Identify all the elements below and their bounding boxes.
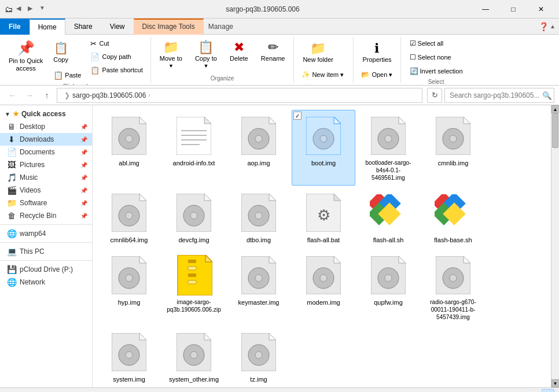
file-item-boot[interactable]: ✓ boot.img — [292, 110, 355, 186]
new-folder-button[interactable]: 📁 New folder — [297, 37, 339, 67]
file-item-abl[interactable]: abl.img — [97, 110, 161, 186]
up-button[interactable]: ↑ — [39, 88, 54, 103]
svg-marker-72 — [464, 256, 470, 263]
paste-button[interactable]: 📋 Paste — [49, 68, 85, 82]
tab-disc-image-tools[interactable]: Disc Image Tools — [134, 19, 204, 35]
address-path[interactable]: ❯ sargo-pq3b.190605.006 › — [57, 88, 422, 103]
scroll-up-button[interactable]: ▲ — [551, 105, 560, 113]
tab-view[interactable]: View — [101, 19, 134, 35]
open-items: ℹ Properties 📂 Open ▾ ✏ Edit 🕐 History — [357, 37, 396, 86]
large-icon-view-button[interactable]: ⊞ — [527, 389, 539, 393]
select-group-label: Select — [428, 77, 444, 86]
network-icon: 🌐 — [7, 278, 16, 287]
sidebar-item-downloads[interactable]: ⬇ Downloads 📌 — [0, 133, 92, 146]
file-item-flash-all-bat[interactable]: ⚙ flash-all.bat — [292, 187, 355, 248]
search-input[interactable] — [444, 88, 554, 103]
pcloud-icon: 💾 — [7, 265, 16, 274]
sidebar-item-recycle[interactable]: 🗑 Recycle Bin 📌 — [0, 209, 92, 222]
pictures-label: Pictures — [20, 161, 45, 169]
delete-button[interactable]: ✖ Delete — [225, 37, 253, 65]
file-item-cmnlib64[interactable]: cmnlib64.img — [97, 187, 161, 248]
file-item-aop[interactable]: aop.img — [227, 110, 290, 186]
forward-button[interactable]: → — [22, 88, 37, 103]
sidebar-item-pictures[interactable]: 🖼 Pictures 📌 — [0, 158, 92, 171]
file-item-dtbo[interactable]: dtbo.img — [227, 187, 290, 248]
file-item-cmnlib[interactable]: cmnlib.img — [421, 110, 485, 186]
file-item-tz[interactable]: tz.img — [227, 326, 290, 387]
file-item-android-info[interactable]: android-info.txt — [162, 110, 226, 186]
tab-home[interactable]: Home — [30, 19, 65, 35]
rename-button[interactable]: ✏ Rename — [256, 37, 290, 65]
paste-shortcut-button[interactable]: 📋 Paste shortcut — [86, 64, 146, 76]
svg-marker-5 — [204, 117, 211, 124]
file-item-modem[interactable]: modem.img — [292, 249, 355, 325]
minimize-button[interactable]: — — [472, 0, 499, 19]
new-item-button[interactable]: ✨ New item ▾ — [297, 68, 350, 81]
sidebar-item-wamp64[interactable]: 🌐 wamp64 — [0, 227, 92, 240]
svg-point-37 — [255, 212, 262, 219]
properties-button[interactable]: ℹ Properties — [357, 37, 396, 67]
file-item-radio[interactable]: radio-sargo-g670-00011-190411-b-5457439.… — [421, 249, 485, 325]
downloads-pin: 📌 — [80, 136, 87, 143]
sidebar-item-pcloud[interactable]: 💾 pCloud Drive (P:) — [0, 263, 92, 276]
copy-path-button[interactable]: 📄 Copy path — [86, 50, 146, 63]
close-button[interactable]: ✕ — [528, 0, 554, 19]
select-all-icon: ☑ — [410, 39, 416, 47]
pin-to-quick-access-button[interactable]: 📌 Pin to Quickaccess — [3, 37, 48, 75]
file-icon-qupfw — [367, 254, 409, 296]
copy-to-button[interactable]: 📋 Copy to▼ — [190, 37, 222, 72]
scroll-down-button[interactable]: ▼ — [551, 379, 560, 387]
file-icon-system — [108, 331, 150, 373]
sidebar-item-music[interactable]: 🎵 Music 📌 — [0, 171, 92, 184]
file-name-boot: boot.img — [311, 159, 336, 167]
search-icon-button[interactable]: 🔍 — [542, 91, 552, 99]
properties-icon: ℹ — [374, 41, 379, 56]
rename-label: Rename — [261, 55, 285, 62]
downloads-icon: ⬇ — [7, 135, 16, 144]
move-to-button[interactable]: 📁 Move to▼ — [155, 37, 187, 72]
tab-file[interactable]: File — [0, 19, 30, 35]
pictures-icon: 🖼 — [7, 160, 16, 169]
copy-button[interactable]: 📋 Copy — [49, 37, 85, 67]
sidebar-item-software[interactable]: 📁 Software 📌 — [0, 197, 92, 209]
select-all-button[interactable]: ☑ Select all — [404, 37, 449, 50]
select-none-button[interactable]: ☐ Select none — [404, 51, 457, 64]
paste-icon: 📋 — [53, 71, 63, 80]
new-items: 📁 New folder ✨ New item ▾ ⚡ Easy access … — [297, 37, 350, 86]
invert-selection-button[interactable]: 🔄 Invert selection — [404, 65, 468, 77]
svg-marker-39 — [334, 194, 341, 201]
file-item-devcfg[interactable]: devcfg.img — [162, 187, 226, 248]
details-view-button[interactable]: ☰ — [542, 389, 554, 393]
file-item-system-other[interactable]: system_other.img — [162, 326, 226, 387]
boot-checkbox[interactable]: ✓ — [293, 112, 301, 120]
ribbon-group-new: 📁 New folder ✨ New item ▾ ⚡ Easy access … — [294, 37, 354, 83]
file-item-system[interactable]: system.img — [97, 326, 161, 387]
clipboard-small-group: ✂ Cut 📄 Copy path 📋 Paste shortcut — [86, 37, 146, 76]
file-area[interactable]: abl.img android-info.txt — [93, 105, 551, 387]
sidebar-item-videos[interactable]: 🎬 Videos 📌 — [0, 184, 92, 197]
file-item-keymaster[interactable]: keymaster.img — [227, 249, 290, 325]
cut-button[interactable]: ✂ Cut — [86, 37, 146, 50]
refresh-button[interactable]: ↻ — [427, 88, 442, 103]
open-button[interactable]: 📂 Open ▾ — [357, 68, 396, 81]
scrollbar[interactable]: ▲ ▼ — [551, 105, 559, 387]
help-icon[interactable]: ❓ — [539, 22, 549, 31]
file-item-bootloader[interactable]: bootloader-sargo-b4s4-0.1-5469561.img — [356, 110, 420, 186]
ribbon-expand-icon[interactable]: ▲ — [550, 23, 556, 29]
file-item-flash-base-sh[interactable]: flash-base.sh — [421, 187, 485, 248]
tab-share[interactable]: Share — [65, 19, 101, 35]
file-item-hyp[interactable]: hyp.img — [97, 249, 161, 325]
sidebar-item-desktop[interactable]: 🖥 Desktop 📌 — [0, 120, 92, 133]
file-name-tz: tz.img — [250, 375, 267, 383]
scroll-thumb[interactable] — [552, 113, 558, 148]
software-label: Software — [20, 199, 47, 207]
sidebar-item-documents[interactable]: 📄 Documents 📌 — [0, 146, 92, 158]
file-item-qupfw[interactable]: qupfw.img — [356, 249, 420, 325]
back-button[interactable]: ← — [5, 88, 20, 103]
sidebar-item-network[interactable]: 🌐 Network — [0, 276, 92, 289]
quick-access-header[interactable]: ▼ ★ Quick access — [0, 108, 92, 120]
file-item-flash-all-sh[interactable]: flash-all.sh — [356, 187, 420, 248]
maximize-button[interactable]: □ — [500, 0, 527, 19]
sidebar-item-thispc[interactable]: 💻 This PC — [0, 245, 92, 258]
file-item-image-sargo[interactable]: image-sargo-pq3b.190605.006.zip — [162, 249, 226, 325]
